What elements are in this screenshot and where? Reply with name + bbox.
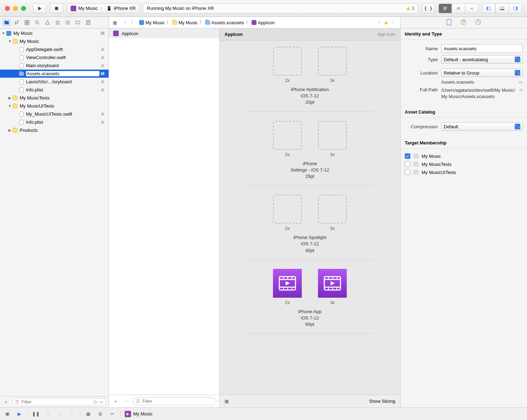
find-navigator-icon[interactable] xyxy=(33,19,42,26)
standard-editor-button[interactable] xyxy=(438,4,452,13)
location-select[interactable]: Relative to Group⌃⌄ xyxy=(441,69,523,77)
tree-item[interactable]: Info.plistA xyxy=(0,118,109,126)
step-into-icon[interactable]: ↓ xyxy=(56,410,64,418)
test-navigator-icon[interactable] xyxy=(53,19,62,26)
breadcrumb-item[interactable]: AppIcon xyxy=(252,20,275,25)
choose-path-icon[interactable]: ▭ xyxy=(519,79,523,85)
target-checkbox[interactable] xyxy=(405,161,410,167)
add-file-button[interactable]: ＋ xyxy=(2,398,10,406)
debug-navigator-icon[interactable] xyxy=(63,19,72,26)
forward-button[interactable]: 〉 xyxy=(130,19,136,26)
toggle-debug-button[interactable] xyxy=(495,4,509,13)
icon-slot[interactable]: 2x xyxy=(273,195,302,231)
tree-item[interactable]: My_MusicUITests.swiftA xyxy=(0,110,109,118)
outline-filter-input[interactable] xyxy=(142,399,213,404)
tree-item[interactable]: LaunchScr…toryboardA xyxy=(0,78,109,86)
warnings-badge[interactable]: 3 xyxy=(406,6,414,11)
icon-slot[interactable]: 3x xyxy=(318,195,347,231)
quick-help-icon[interactable]: ? xyxy=(460,19,467,26)
icon-well[interactable] xyxy=(273,121,302,150)
icon-well[interactable] xyxy=(273,195,302,224)
toggle-navigator-button[interactable] xyxy=(482,4,495,13)
show-slicing-button[interactable]: Show Slicing xyxy=(369,399,395,404)
code-snippets-button[interactable]: { } xyxy=(422,4,435,13)
prev-issue-button[interactable]: 〈 xyxy=(375,19,381,26)
tree-item[interactable]: Main.storyboardA xyxy=(0,62,109,70)
location-label: Location xyxy=(405,70,438,76)
recent-filter-icon[interactable]: ◷ xyxy=(93,399,97,405)
version-editor-button[interactable] xyxy=(465,4,479,13)
target-checkbox[interactable]: ✓ xyxy=(405,153,410,159)
source-control-navigator-icon[interactable] xyxy=(12,19,21,26)
run-button[interactable] xyxy=(33,4,46,13)
icon-slot[interactable]: 3x xyxy=(318,269,347,305)
step-over-icon[interactable]: ⤵ xyxy=(44,410,52,418)
type-select[interactable]: Default - assetcatalog⌃⌄ xyxy=(441,55,523,64)
slot-scale-label: 3x xyxy=(330,152,335,157)
next-issue-button[interactable]: 〉 xyxy=(391,19,397,26)
tree-item[interactable]: ▶My MusicTests xyxy=(0,94,109,102)
hide-debug-icon[interactable]: ▣ xyxy=(4,410,11,418)
activity-view[interactable]: Running My Music on iPhone XR 3 xyxy=(143,4,418,13)
tree-item[interactable]: ViewController.swiftA xyxy=(0,53,109,62)
tree-item[interactable]: Info.plistA xyxy=(0,86,109,94)
scheme-selector[interactable]: My Music 〉 📱 iPhone XR xyxy=(67,4,139,13)
pause-button[interactable]: ❚❚ xyxy=(32,410,40,418)
icon-well[interactable] xyxy=(318,47,347,76)
symbol-navigator-icon[interactable] xyxy=(22,19,32,26)
related-items-icon[interactable]: ▦ xyxy=(112,19,118,26)
tree-item[interactable]: Assets.xcassetsM xyxy=(0,70,109,78)
name-field[interactable]: Assets.xcassets xyxy=(441,44,523,53)
icon-slot[interactable]: 3x xyxy=(318,121,347,157)
tree-item[interactable]: ▼My Music xyxy=(0,37,109,45)
issue-navigator-icon[interactable] xyxy=(43,19,52,26)
tree-item[interactable]: ▼My MusicUITests xyxy=(0,102,109,110)
file-inspector-icon[interactable] xyxy=(446,19,452,26)
project-root[interactable]: ▼ My Music M xyxy=(0,29,109,37)
debug-view-icon[interactable]: ▦ xyxy=(84,410,92,418)
outline-filter[interactable]: ☰ xyxy=(133,398,216,405)
navigator-filter-input[interactable] xyxy=(21,399,91,405)
breadcrumb-item[interactable]: Assets.xcassets xyxy=(205,20,244,25)
scm-filter-icon[interactable]: ▭ xyxy=(99,399,103,405)
debug-process[interactable]: ▶ My Music xyxy=(125,411,152,417)
back-button[interactable]: 〈 xyxy=(121,19,127,26)
navigator-filter[interactable]: ☰ ◷ ▭ xyxy=(12,398,106,406)
breadcrumb-item[interactable]: My Music xyxy=(172,20,198,25)
project-navigator-icon[interactable] xyxy=(2,19,11,26)
step-out-icon[interactable]: ↑ xyxy=(68,410,76,418)
icon-well[interactable] xyxy=(318,195,347,224)
slicing-view-icon[interactable]: ▦ xyxy=(225,399,229,404)
icon-well[interactable] xyxy=(273,47,302,76)
svg-rect-12 xyxy=(27,23,29,25)
history-inspector-icon[interactable] xyxy=(475,19,481,26)
icon-well[interactable] xyxy=(273,269,302,298)
icon-slot[interactable]: 2x xyxy=(273,269,302,305)
close-window-button[interactable] xyxy=(5,6,10,11)
icon-slot[interactable]: 3x xyxy=(318,47,347,83)
zoom-window-button[interactable] xyxy=(21,6,26,11)
reveal-path-icon[interactable]: ➜ xyxy=(519,87,523,92)
icon-slot[interactable]: 2x xyxy=(273,121,302,157)
report-navigator-icon[interactable] xyxy=(84,19,93,26)
minimize-window-button[interactable] xyxy=(13,6,18,11)
add-asset-button[interactable]: ＋ xyxy=(112,398,119,405)
memory-graph-icon[interactable]: ⊞ xyxy=(96,410,104,418)
outline-item[interactable]: AppIcon xyxy=(109,28,219,38)
compression-select[interactable]: Default⌃⌄ xyxy=(441,122,523,131)
breakpoint-navigator-icon[interactable] xyxy=(73,19,83,26)
breakpoints-toggle-icon[interactable]: ▶ xyxy=(15,410,23,418)
breadcrumb-item[interactable]: My Music xyxy=(139,20,165,25)
remove-asset-button[interactable]: － xyxy=(122,398,130,405)
outline-footer: ＋ － ☰ xyxy=(109,395,219,407)
icon-slot[interactable]: 2x xyxy=(273,47,302,83)
stop-button[interactable] xyxy=(50,4,63,13)
target-checkbox[interactable] xyxy=(405,169,410,175)
toggle-inspector-button[interactable] xyxy=(509,4,522,13)
icon-well[interactable] xyxy=(318,121,347,150)
assistant-editor-button[interactable] xyxy=(452,4,465,13)
simulate-location-icon[interactable]: ✂ xyxy=(108,410,116,418)
tree-item[interactable]: ▶Products xyxy=(0,126,109,134)
tree-item[interactable]: AppDelegate.swiftA xyxy=(0,45,109,53)
icon-well[interactable] xyxy=(318,269,347,298)
